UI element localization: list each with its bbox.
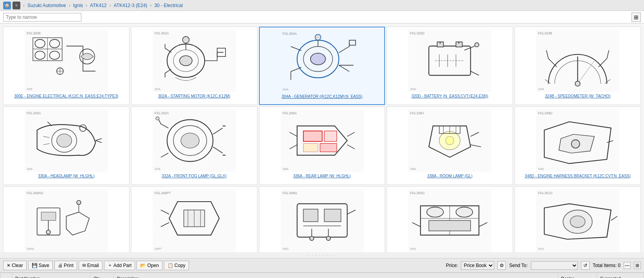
save-button[interactable]: 💾 Save [28,261,53,270]
diagram-label-332a[interactable]: 332A - FRONT FOG LAMP (GL,GLX) [162,173,227,179]
diagram-label-324b[interactable]: 324B - SPEEDOMETER (W_TACHO) [545,94,611,99]
diagram-card-332a[interactable]: FIG.332A 332A 332A - FRONT FOG LAMP (GL,… [131,107,257,185]
svg-text:346NS: 346NS [27,247,34,250]
top-navigation: 🏠 S › Suzuki Automotive › Ignis › ATK412… [0,0,644,11]
svg-point-65 [181,133,199,148]
svg-rect-74 [303,143,318,152]
svg-rect-73 [324,131,336,141]
svg-text:FIG.330A: FIG.330A [27,111,41,115]
price-label: Price: [446,263,458,268]
diagram-card-346ns[interactable]: FIG.346NS 346NS 346NS [3,186,130,252]
diagram-card-336a[interactable]: FIG.336A 336A 336A - REAR LAMP (W_HLGHL) [259,107,385,185]
svg-rect-116 [303,209,318,222]
svg-text:304A: 304A [282,88,289,91]
svg-text:FIG.324B: FIG.324B [538,31,552,35]
home-icon[interactable]: 🏠 [3,2,11,9]
print-icon: 🖨 [58,263,63,268]
svg-point-128 [456,207,473,217]
diagram-label-336a[interactable]: 336A - REAR LAMP (W_HLGHL) [293,173,351,179]
clear-button[interactable]: ✕ Clear [3,261,27,270]
open-button[interactable]: 📂 Open [137,261,162,270]
search-input[interactable] [3,13,81,22]
svg-text:FIG.336A: FIG.336A [282,111,297,115]
col-header-qty: Qty [90,273,114,278]
app-logo-icon[interactable]: S [13,2,20,9]
svg-text:332A: 332A [155,168,161,170]
diagram-image-336a: FIG.336A 336A [262,109,383,172]
breadcrumb-atk412[interactable]: ATK412 [90,3,106,8]
svg-point-100 [46,230,50,235]
clear-icon: ✕ [7,263,11,268]
svg-point-58 [57,134,72,147]
svg-rect-98 [41,212,56,220]
email-button[interactable]: ✉ Email [79,261,103,270]
diagram-label-348d[interactable]: 348D - ENGINE HARNESS BRACKET (K12C;CVT;… [525,173,630,179]
bottom-toolbar: ✕ Clear 💾 Save 🖨 Print ✉ Email ＋ Add Par… [0,258,644,272]
diagram-card-304a[interactable]: FIG.304A 304A 304A - GENERATOR ((K12C,K1… [259,27,385,105]
diagram-label-302a[interactable]: 302A - STARTING MOTOR (K12C,K12M) [158,94,230,99]
diagram-image-332a: FIG.332A 332A [134,109,255,172]
breadcrumb-ignis[interactable]: Ignis [73,3,83,8]
breadcrumb-suzuki[interactable]: Suzuki Automotive [27,3,66,8]
view-toggle-button[interactable]: ⊞ [631,13,641,22]
collapse-button[interactable]: — [624,262,631,269]
col-header-dealer: Dealer [558,273,597,278]
diagram-card-349pt[interactable]: FIG.349PT 349PT 349PT [131,186,257,252]
diagram-card-320d[interactable]: FIG.320D 320D 320D - BATTERY (N_EASS;CVT… [387,27,513,105]
add-part-icon: ＋ [108,262,112,269]
diagram-label-338a[interactable]: 338A - ROOM LAMP (GL) [427,173,472,179]
diagram-image-349g: FIG.349G 349G [262,189,383,252]
diagram-card-338a[interactable]: FIG.338A 338A 338A - ROOM LAMP (GL) [387,107,513,185]
diagram-card-300e[interactable]: FIG.300E 300E 300E - ENGINE ELECTRICAL (… [3,27,130,105]
diagram-image-351g: FIG.351G 351G [517,189,638,252]
svg-rect-14 [153,29,236,92]
price-select[interactable]: Price Book [461,261,494,270]
diagram-card-330a[interactable]: FIG.330A 330A 330A - HEADLAMP (W_HLGHL) [3,107,130,185]
svg-point-44 [475,43,479,47]
diagram-label-330a[interactable]: 330A - HEADLAMP (W_HLGHL) [38,173,94,179]
breadcrumb-separator-0: › [23,3,25,8]
svg-text:348D: 348D [538,168,544,170]
send-to-select[interactable] [531,261,578,270]
svg-text:350G: 350G [410,247,416,250]
refresh-icon[interactable]: ↺ [581,261,590,270]
diagram-card-350g[interactable]: FIG.350G 350G 350G [387,186,513,252]
total-items-label: Total Items: 0 [593,263,621,268]
print-button[interactable]: 🖨 Print [54,261,77,270]
svg-point-18 [180,56,192,66]
scroll-indicator: · · · · · · · · [0,252,644,258]
price-settings-icon[interactable]: ⚙ [497,261,506,270]
diagram-card-324b[interactable]: FIG.324B 324B 324B - SPEEDOMETER (W_TACH… [514,27,641,105]
svg-point-102 [77,200,81,205]
svg-text:300E: 300E [27,88,32,90]
svg-text:349G: 349G [282,247,289,250]
add-part-button[interactable]: ＋ Add Part [104,261,135,270]
svg-text:320D: 320D [410,88,416,90]
save-icon: 💾 [32,263,38,268]
breadcrumb-separator-3: › [110,3,111,8]
svg-point-127 [427,207,444,217]
copy-button[interactable]: 📋 Copy [164,261,189,270]
col-header-description: Description [114,273,558,278]
svg-text:FIG.302A: FIG.302A [155,31,169,35]
diagram-label-304a[interactable]: 304A - GENERATOR ((K12C,K12M);N_EASS) [282,94,362,99]
svg-rect-117 [324,209,341,222]
expand-button[interactable]: ⊞ [634,262,641,269]
diagram-card-302a[interactable]: FIG.302A 302A 302A - STARTING MOTOR (K12… [131,27,257,105]
breadcrumb-separator-2: › [86,3,87,8]
diagram-image-304a: FIG.304A 304A [262,30,382,92]
diagram-card-351g[interactable]: FIG.351G 351G 351G [514,186,641,252]
diagram-grid: FIG.300E 300E 300E - ENGINE ELECTRICAL (… [3,27,641,252]
diagram-card-348d[interactable]: FIG.348D 348D 348D - ENGINE HARNESS BRAC… [514,107,641,185]
clear-label: Clear [12,263,23,268]
search-bar: ⊞ [0,11,644,23]
svg-text:338A: 338A [410,168,416,170]
breadcrumb-atk412-3[interactable]: ATK412-3 (E24) [114,3,148,8]
diagram-image-320d: FIG.320D 320D [389,29,510,92]
diagram-label-300e[interactable]: 300E - ENGINE ELECTRICAL (K12C;N_EASS;E2… [14,94,118,99]
copy-icon: 📋 [167,263,173,268]
diagram-image-324b: FIG.324B 324B [517,29,638,92]
diagram-card-349g[interactable]: FIG.349G 349G 349G [259,186,385,252]
diagram-label-320d[interactable]: 320D - BATTERY (N_EASS;CVT;(E24,E38)) [412,94,488,99]
svg-point-68 [156,117,159,120]
